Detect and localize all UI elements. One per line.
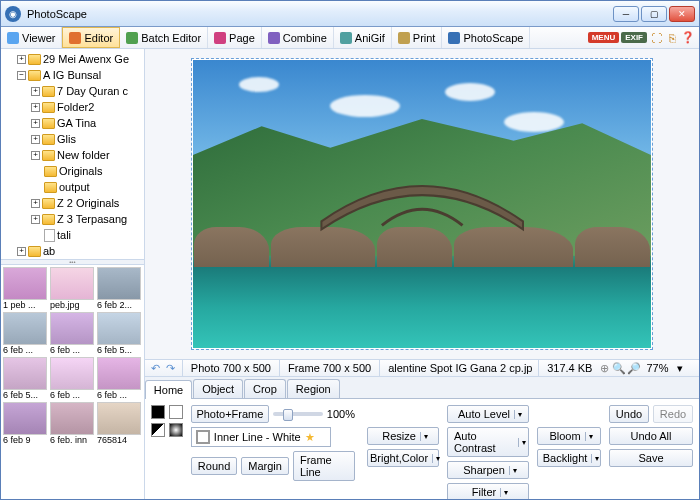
thumb-label: 6 feb 9 <box>3 435 47 445</box>
tab-crop[interactable]: Crop <box>244 379 286 398</box>
maximize-button[interactable]: ▢ <box>641 6 667 22</box>
tree-node[interactable]: +GA Tina <box>3 115 142 131</box>
folder-icon <box>42 198 55 209</box>
tree-node[interactable]: tali <box>3 227 142 243</box>
thumb-label: 6 feb ... <box>3 345 47 355</box>
target-icon[interactable]: ⊕ <box>597 361 611 375</box>
tree-node[interactable]: output <box>3 179 142 195</box>
close-button[interactable]: ✕ <box>669 6 695 22</box>
toolbar-tab-batch-editor[interactable]: Batch Editor <box>120 27 208 48</box>
thumb-image <box>97 402 141 435</box>
undo-button[interactable]: Undo <box>609 405 649 423</box>
zoom-actual-icon[interactable]: 🔎 <box>627 361 641 375</box>
tree-node[interactable]: +Z 2 Originals <box>3 195 142 211</box>
thumbnail[interactable]: 6 feb ... <box>97 357 141 400</box>
thumb-label: 6 feb. inn <box>50 435 94 445</box>
bright-color-button[interactable]: Bright,Color <box>367 449 439 467</box>
tree-node[interactable]: +New folder <box>3 147 142 163</box>
fg-color-swatch[interactable] <box>151 405 165 419</box>
expand-icon[interactable]: + <box>31 135 40 144</box>
tree-node[interactable]: +Glis <box>3 131 142 147</box>
thumb-image <box>50 267 94 300</box>
tree-node[interactable]: +Folder2 <box>3 99 142 115</box>
thumbnail[interactable]: 6 feb ... <box>3 312 47 355</box>
expand-icon[interactable]: + <box>17 247 26 256</box>
photo-preview[interactable] <box>192 59 652 349</box>
auto-level-button[interactable]: Auto Level <box>447 405 529 423</box>
toolbar-tab-viewer[interactable]: Viewer <box>1 27 62 48</box>
thumbnail[interactable]: 6 feb 5... <box>97 312 141 355</box>
tree-node[interactable]: +ab <box>3 243 142 259</box>
thumbnail-grid[interactable]: 1 peb ...peb.jpg6 feb 2...6 feb ...6 feb… <box>1 265 144 500</box>
redo-button[interactable]: Redo <box>653 405 693 423</box>
expand-icon[interactable]: − <box>17 71 26 80</box>
thumbnail[interactable]: 6 feb ... <box>50 312 94 355</box>
toolbar-tab-page[interactable]: Page <box>208 27 262 48</box>
help-icon[interactable]: ❓ <box>681 31 695 45</box>
toolbar-tab-print[interactable]: Print <box>392 27 443 48</box>
resize-button[interactable]: Resize <box>367 427 439 445</box>
folder-icon <box>42 214 55 225</box>
thumbnail[interactable]: 6 feb ... <box>50 357 94 400</box>
frame-line-button[interactable]: Frame Line <box>293 451 355 481</box>
tab-object[interactable]: Object <box>193 379 243 398</box>
undo-all-button[interactable]: Undo All <box>609 427 693 445</box>
expand-icon[interactable]: + <box>31 87 40 96</box>
folder-icon <box>42 86 55 97</box>
folder-icon <box>42 118 55 129</box>
exif-badge[interactable]: EXIF <box>621 32 647 43</box>
bg-color-swatch[interactable] <box>169 405 183 419</box>
folder-tree[interactable]: +29 Mei Awenx Ge−A IG Bunsal+7 Day Quran… <box>1 49 144 259</box>
bloom-button[interactable]: Bloom <box>537 427 601 445</box>
toolbar-tab-anigif[interactable]: AniGif <box>334 27 392 48</box>
opacity-slider[interactable] <box>273 412 323 416</box>
thumbnail[interactable]: 765814 <box>97 402 141 445</box>
expand-icon[interactable]: + <box>31 119 40 128</box>
expand-icon[interactable]: + <box>31 199 40 208</box>
thumbnail[interactable]: peb.jpg <box>50 267 94 310</box>
reset-color-swatch[interactable] <box>169 423 183 437</box>
tab-home[interactable]: Home <box>145 380 192 399</box>
thumbnail[interactable]: 6 feb. inn <box>50 402 94 445</box>
tab-region[interactable]: Region <box>287 379 340 398</box>
undo-icon[interactable]: ↶ <box>149 361 163 375</box>
toolbar-tab-photoscape[interactable]: PhotoScape <box>442 27 530 48</box>
filter-button[interactable]: Filter <box>447 483 529 500</box>
thumbnail[interactable]: 6 feb 9 <box>3 402 47 445</box>
photo-frame-button[interactable]: Photo+Frame <box>191 405 269 423</box>
expand-icon[interactable]: + <box>17 55 26 64</box>
backlight-button[interactable]: Backlight <box>537 449 601 467</box>
auto-contrast-button[interactable]: Auto Contrast <box>447 427 529 457</box>
zoom-dropdown-icon[interactable]: ▾ <box>673 361 687 375</box>
expand-icon[interactable]: + <box>31 151 40 160</box>
tree-node[interactable]: −A IG Bunsal <box>3 67 142 83</box>
folder-icon <box>44 182 57 193</box>
tree-node[interactable]: Originals <box>3 163 142 179</box>
thumb-label: 6 feb ... <box>50 345 94 355</box>
tree-node[interactable]: +29 Mei Awenx Ge <box>3 51 142 67</box>
tree-label: output <box>59 181 90 193</box>
expand-icon[interactable]: + <box>31 215 40 224</box>
swap-color-swatch[interactable] <box>151 423 165 437</box>
margin-button[interactable]: Margin <box>241 457 289 475</box>
redo-icon[interactable]: ↷ <box>164 361 178 375</box>
tree-node[interactable]: +7 Day Quran c <box>3 83 142 99</box>
copy-icon[interactable]: ⎘ <box>665 31 679 45</box>
fullscreen-icon[interactable]: ⛶ <box>649 31 663 45</box>
round-button[interactable]: Round <box>191 457 237 475</box>
thumbnail[interactable]: 6 feb 2... <box>97 267 141 310</box>
thumbnail[interactable]: 1 peb ... <box>3 267 47 310</box>
menu-badge[interactable]: MENU <box>588 32 620 43</box>
expand-icon[interactable]: + <box>31 103 40 112</box>
frame-style-select[interactable]: Inner Line - White ★ <box>191 427 331 447</box>
toolbar-tab-combine[interactable]: Combine <box>262 27 334 48</box>
minimize-button[interactable]: ─ <box>613 6 639 22</box>
tree-node[interactable]: +Z 3 Terpasang <box>3 211 142 227</box>
sharpen-button[interactable]: Sharpen <box>447 461 529 479</box>
save-button[interactable]: Save <box>609 449 693 467</box>
thumbnail[interactable]: 6 feb 5... <box>3 357 47 400</box>
tree-label: 7 Day Quran c <box>57 85 128 97</box>
thumb-image <box>97 267 141 300</box>
zoom-fit-icon[interactable]: 🔍 <box>612 361 626 375</box>
toolbar-tab-editor[interactable]: Editor <box>62 27 120 48</box>
